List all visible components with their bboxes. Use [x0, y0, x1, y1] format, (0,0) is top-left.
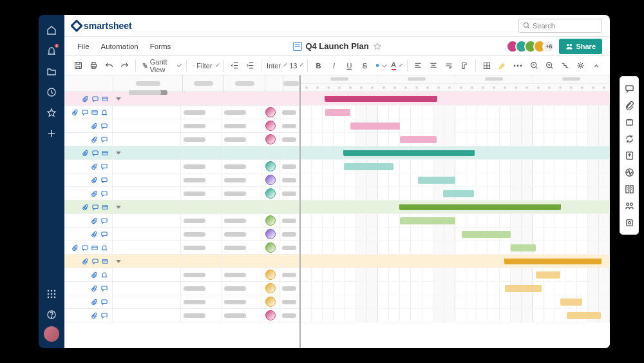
- conversations-icon[interactable]: [621, 81, 637, 96]
- undo-icon[interactable]: [102, 59, 116, 73]
- text-color-icon[interactable]: A: [389, 59, 403, 73]
- reminder-icon[interactable]: [100, 271, 108, 279]
- attach-icon[interactable]: [91, 163, 99, 170]
- grid-row[interactable]: [64, 295, 299, 309]
- grid-row[interactable]: [64, 241, 299, 255]
- attach-icon[interactable]: [91, 177, 99, 184]
- activity-log-icon[interactable]: [621, 164, 637, 180]
- expand-caret-icon[interactable]: [116, 260, 121, 263]
- owner-avatar[interactable]: [265, 310, 276, 320]
- comment-icon[interactable]: [81, 244, 89, 251]
- owner-avatar[interactable]: [265, 229, 276, 239]
- conditional-format-icon[interactable]: [480, 59, 494, 73]
- wrap-icon[interactable]: [442, 59, 456, 73]
- critical-path-icon[interactable]: [558, 59, 573, 73]
- print-icon[interactable]: [86, 59, 100, 73]
- owner-avatar[interactable]: [265, 297, 276, 307]
- attach-icon[interactable]: [82, 95, 90, 103]
- attach-icon[interactable]: [82, 204, 90, 211]
- grid-row[interactable]: [64, 268, 299, 282]
- sheet-title[interactable]: Q4 Launch Plan: [305, 41, 368, 51]
- gantt-task-bar[interactable]: [560, 299, 582, 306]
- apps-icon[interactable]: [43, 285, 61, 303]
- attach-icon[interactable]: [91, 123, 99, 130]
- notifications-icon[interactable]: 1: [43, 42, 61, 60]
- attach-icon[interactable]: [91, 299, 99, 306]
- column-owner[interactable]: [265, 75, 283, 92]
- attach-icon[interactable]: [82, 150, 90, 157]
- comment-icon[interactable]: [100, 177, 108, 184]
- outdent-icon[interactable]: [227, 59, 242, 73]
- attachments-icon[interactable]: [621, 97, 637, 113]
- grid-row[interactable]: [64, 255, 299, 268]
- fill-color-icon[interactable]: [374, 59, 388, 73]
- column-start[interactable]: [183, 75, 224, 92]
- align-center-icon[interactable]: [426, 59, 440, 73]
- grid-row[interactable]: [64, 119, 299, 133]
- grid-row[interactable]: [64, 146, 299, 160]
- comment-icon[interactable]: [91, 204, 99, 211]
- grid-row[interactable]: [64, 160, 299, 173]
- owner-avatar[interactable]: [265, 121, 276, 131]
- highlight-icon[interactable]: [495, 59, 509, 73]
- gantt-task-bar[interactable]: [505, 285, 542, 292]
- comment-icon[interactable]: [100, 217, 108, 224]
- comment-icon[interactable]: [100, 231, 108, 238]
- brand-logo[interactable]: smartsheet: [72, 21, 132, 31]
- owner-avatar[interactable]: [265, 107, 276, 117]
- share-button[interactable]: Share: [559, 39, 602, 54]
- attach-icon[interactable]: [82, 258, 90, 265]
- gantt-task-bar[interactable]: [418, 177, 455, 184]
- menu-automation[interactable]: Automation: [96, 40, 144, 53]
- column-task[interactable]: [113, 75, 183, 92]
- gantt-task-bar[interactable]: [443, 190, 474, 197]
- card-icon[interactable]: [101, 95, 109, 103]
- attach-icon[interactable]: [91, 271, 99, 279]
- gantt-task-bar[interactable]: [462, 231, 511, 238]
- recents-icon[interactable]: [43, 83, 61, 101]
- font-selector[interactable]: Inter: [265, 59, 286, 73]
- column-indicators[interactable]: [64, 75, 113, 92]
- gantt-task-bar[interactable]: [344, 163, 393, 170]
- comment-icon[interactable]: [91, 150, 99, 157]
- align-left-icon[interactable]: [411, 59, 425, 73]
- card-icon[interactable]: [91, 244, 99, 251]
- owner-avatar[interactable]: [265, 175, 276, 185]
- gantt-task-bar[interactable]: [400, 136, 437, 143]
- comment-icon[interactable]: [100, 299, 108, 306]
- strikethrough-icon[interactable]: S: [358, 59, 372, 73]
- comment-icon[interactable]: [100, 136, 108, 143]
- owner-avatar[interactable]: [265, 188, 276, 199]
- search-input[interactable]: Search: [518, 19, 602, 33]
- comment-icon[interactable]: [100, 163, 108, 170]
- collaborator-avatars[interactable]: +6: [506, 40, 555, 53]
- attach-icon[interactable]: [91, 190, 99, 197]
- zoom-out-icon[interactable]: [527, 59, 542, 73]
- attach-icon[interactable]: [91, 136, 99, 143]
- gantt-pane[interactable]: [301, 75, 610, 348]
- comment-icon[interactable]: [100, 123, 108, 130]
- menu-forms[interactable]: Forms: [145, 40, 176, 53]
- gantt-task-bar[interactable]: [350, 123, 400, 130]
- more-icon[interactable]: [511, 59, 525, 73]
- expand-caret-icon[interactable]: [116, 206, 121, 209]
- zoom-in-icon[interactable]: [543, 59, 557, 73]
- reminder-icon[interactable]: [100, 244, 108, 251]
- format-icon[interactable]: [457, 59, 471, 73]
- owner-avatar[interactable]: [265, 161, 276, 172]
- indent-icon[interactable]: [243, 59, 257, 73]
- column-status[interactable]: [283, 75, 299, 92]
- save-icon[interactable]: [71, 59, 85, 73]
- grid-row[interactable]: [64, 201, 299, 214]
- gantt-summary-bar[interactable]: [505, 259, 601, 264]
- grid-row[interactable]: [64, 133, 299, 146]
- comment-icon[interactable]: [100, 190, 108, 197]
- comment-icon[interactable]: [91, 95, 99, 103]
- gantt-task-bar[interactable]: [325, 109, 350, 116]
- gantt-task-bar[interactable]: [567, 312, 601, 319]
- redo-icon[interactable]: [117, 59, 131, 73]
- expand-caret-icon[interactable]: [116, 97, 121, 101]
- favorites-icon[interactable]: [43, 104, 61, 122]
- gantt-task-bar[interactable]: [536, 271, 560, 279]
- grid-row[interactable]: [64, 282, 299, 295]
